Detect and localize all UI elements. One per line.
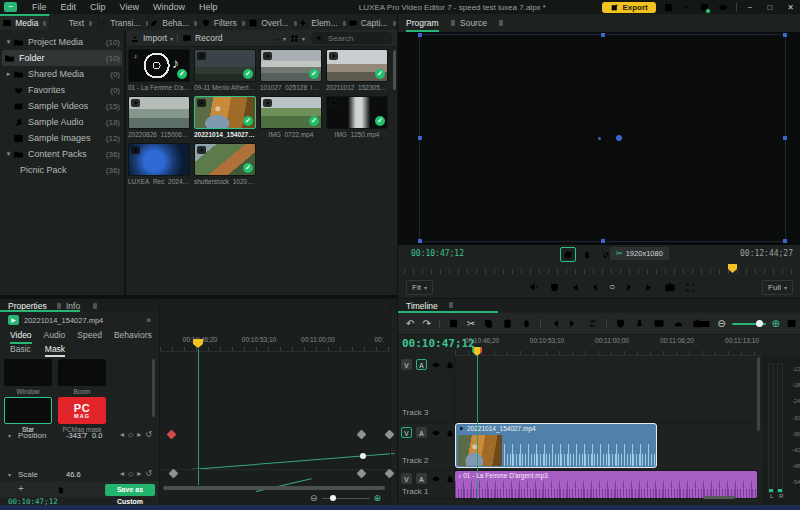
add-keyframe-button[interactable]: ◇ <box>128 470 133 478</box>
track-lock-icon[interactable] <box>445 359 455 370</box>
export-button[interactable]: Export <box>602 2 655 13</box>
mask-preset-boom[interactable]: Boom <box>58 359 106 395</box>
copy-button[interactable] <box>483 318 494 329</box>
pin-icon[interactable] <box>194 21 197 26</box>
next-keyframe-button[interactable]: ▸ <box>137 469 141 478</box>
media-item[interactable]: ✓ IMG_1250.mp4 <box>326 96 388 138</box>
track-audio-toggle[interactable]: A <box>416 427 427 438</box>
pin-icon[interactable] <box>57 303 61 309</box>
mask-anchor-point[interactable] <box>616 135 622 141</box>
pin-icon[interactable] <box>89 21 92 26</box>
track-video-toggle[interactable]: V <box>401 359 412 370</box>
track-lane-3[interactable]: V A Track 3 <box>398 355 761 423</box>
go-to-end-button[interactable] <box>644 282 655 293</box>
next-keyframe-button[interactable]: ▸ <box>137 430 141 439</box>
zoom-slider-handle[interactable] <box>756 320 763 327</box>
sort-button[interactable]: ▾ <box>270 33 286 43</box>
fit-timeline-button[interactable] <box>699 318 711 330</box>
video-clip[interactable]: 20221014_154027.mp4 <box>455 423 657 468</box>
position-keyframe[interactable] <box>167 430 177 440</box>
close-button[interactable]: ✕ <box>783 3 798 12</box>
transform-handle[interactable] <box>783 239 787 243</box>
media-item[interactable]: ✓ IMG_0722.mp4 <box>260 96 322 138</box>
prev-keyframe-button[interactable]: ◂ <box>120 430 124 439</box>
position-keyframe[interactable] <box>357 430 367 440</box>
track-visibility-icon[interactable] <box>431 359 441 370</box>
pin-icon[interactable] <box>393 21 396 26</box>
scale-keyframe[interactable] <box>357 469 367 479</box>
fullscreen-button[interactable] <box>685 282 696 293</box>
curve-point[interactable] <box>360 453 366 459</box>
menu-clip[interactable]: Clip <box>83 2 113 12</box>
star-masked-clip[interactable] <box>489 83 595 199</box>
expand-caret-icon[interactable]: ▾ <box>4 38 13 46</box>
import-button[interactable]: Import▾ <box>130 33 173 43</box>
cut-button[interactable]: ✂ <box>467 318 475 329</box>
undo-button[interactable]: ↶ <box>406 318 414 329</box>
tab-media[interactable]: Media <box>0 14 50 30</box>
media-item[interactable]: ✓ 101027_025128_Import... <box>260 49 322 91</box>
jump-previous-edit-button[interactable] <box>549 318 560 329</box>
prev-keyframe-button[interactable]: ◂ <box>120 469 124 478</box>
timeline-ruler[interactable]: 00:10:46;20 00:10:53;10 00:11:00;00 00:1… <box>455 335 761 356</box>
pin-icon[interactable] <box>449 302 453 308</box>
timeline-hscrollbar[interactable] <box>703 496 735 499</box>
pin-icon[interactable] <box>343 21 346 26</box>
media-item[interactable]: ✓ 20211012_152305.mp4 <box>326 49 388 91</box>
zoom-slider[interactable] <box>322 498 370 499</box>
position-x-value[interactable]: -343.7 <box>66 431 87 440</box>
tree-item-sample-audio[interactable]: Sample Audio(18) <box>0 114 124 130</box>
tab-captions[interactable]: Capti... <box>347 14 397 30</box>
pin-icon[interactable] <box>43 21 46 26</box>
menu-edit[interactable]: Edit <box>54 2 84 12</box>
menu-window[interactable]: Window <box>146 2 192 12</box>
timeline-zoom-slider[interactable] <box>732 323 766 325</box>
record-button[interactable]: Record <box>182 33 222 43</box>
tab-speed[interactable]: Speed <box>77 330 102 344</box>
mask-preset-pcmag[interactable]: PCMAG PCMag mask <box>58 397 106 433</box>
track-lock-icon[interactable] <box>445 427 455 438</box>
media-item-selected[interactable]: ✓ 20221014_154027.mp4 <box>194 96 256 138</box>
tab-video[interactable]: Video <box>10 330 32 344</box>
collapse-caret-icon[interactable]: ▾ <box>8 471 11 478</box>
mask-control-point[interactable] <box>598 137 601 140</box>
expand-caret-icon[interactable]: ▸ <box>4 70 13 78</box>
reset-button[interactable]: ↺ <box>145 430 152 439</box>
tree-item-picnic-pack[interactable]: Picnic Pack(36) <box>0 162 124 178</box>
transform-handle[interactable] <box>418 33 422 37</box>
tree-item-content-packs[interactable]: ▾Content Packs(36) <box>0 146 124 162</box>
paste-button[interactable] <box>502 318 513 329</box>
safe-area-icon[interactable] <box>549 282 560 293</box>
video-frame-bounds[interactable] <box>419 34 786 242</box>
zoom-out-button[interactable]: ⊖ <box>310 493 318 503</box>
audio-mute-icon[interactable] <box>528 281 540 293</box>
transform-handle[interactable] <box>418 239 422 243</box>
tab-audio[interactable]: Audio <box>44 330 66 344</box>
track-visibility-icon[interactable] <box>431 427 441 438</box>
redo-button[interactable]: ↷ <box>422 318 430 329</box>
pin-icon[interactable] <box>451 20 455 26</box>
tab-elements[interactable]: Elem... <box>298 14 348 30</box>
delete-button[interactable] <box>521 318 532 329</box>
tab-mask[interactable]: Mask <box>45 344 65 357</box>
reset-button[interactable]: ↺ <box>145 469 152 478</box>
tab-basic[interactable]: Basic <box>10 344 31 357</box>
pin-icon[interactable] <box>499 20 503 26</box>
add-mask-button[interactable]: + <box>18 483 24 494</box>
split-clip-button[interactable] <box>448 318 459 329</box>
tab-text[interactable]: Text <box>50 14 100 30</box>
zoom-in-button[interactable]: ⊕ <box>374 493 382 503</box>
pin-icon[interactable] <box>294 21 297 26</box>
menu-file[interactable]: File <box>25 2 54 12</box>
track-video-toggle[interactable]: V <box>401 473 412 484</box>
timeline-vscrollbar[interactable] <box>757 357 760 431</box>
transform-handle[interactable] <box>783 136 787 140</box>
screen-record-button[interactable] <box>653 318 665 330</box>
track-lock-icon[interactable] <box>445 473 455 484</box>
dropdown-caret-icon[interactable]: ▾ <box>170 35 173 42</box>
collapse-caret-icon[interactable]: ▾ <box>8 432 11 439</box>
snapshot-button[interactable] <box>664 281 676 293</box>
save-project-icon[interactable] <box>663 2 674 13</box>
play-button[interactable]: ○ <box>609 282 615 292</box>
pin-icon[interactable] <box>93 303 97 309</box>
